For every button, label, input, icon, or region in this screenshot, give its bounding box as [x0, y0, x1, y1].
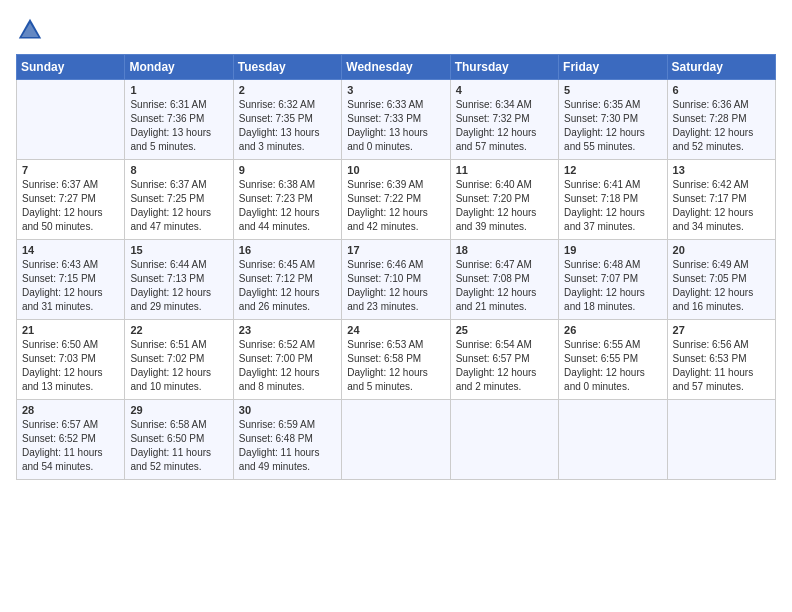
- calendar-cell: 7Sunrise: 6:37 AM Sunset: 7:27 PM Daylig…: [17, 160, 125, 240]
- calendar-week-row: 7Sunrise: 6:37 AM Sunset: 7:27 PM Daylig…: [17, 160, 776, 240]
- day-detail: Sunrise: 6:46 AM Sunset: 7:10 PM Dayligh…: [347, 258, 444, 314]
- calendar-cell: 20Sunrise: 6:49 AM Sunset: 7:05 PM Dayli…: [667, 240, 775, 320]
- calendar-cell: [559, 400, 667, 480]
- day-number: 26: [564, 324, 661, 336]
- day-detail: Sunrise: 6:40 AM Sunset: 7:20 PM Dayligh…: [456, 178, 553, 234]
- day-number: 20: [673, 244, 770, 256]
- day-number: 25: [456, 324, 553, 336]
- calendar-week-row: 28Sunrise: 6:57 AM Sunset: 6:52 PM Dayli…: [17, 400, 776, 480]
- col-header-sunday: Sunday: [17, 55, 125, 80]
- day-number: 15: [130, 244, 227, 256]
- day-number: 23: [239, 324, 336, 336]
- day-detail: Sunrise: 6:53 AM Sunset: 6:58 PM Dayligh…: [347, 338, 444, 394]
- day-number: 19: [564, 244, 661, 256]
- calendar-cell: 19Sunrise: 6:48 AM Sunset: 7:07 PM Dayli…: [559, 240, 667, 320]
- calendar-cell: 27Sunrise: 6:56 AM Sunset: 6:53 PM Dayli…: [667, 320, 775, 400]
- day-number: 16: [239, 244, 336, 256]
- day-detail: Sunrise: 6:43 AM Sunset: 7:15 PM Dayligh…: [22, 258, 119, 314]
- calendar-cell: 24Sunrise: 6:53 AM Sunset: 6:58 PM Dayli…: [342, 320, 450, 400]
- header: [16, 16, 776, 44]
- calendar-cell: [342, 400, 450, 480]
- day-detail: Sunrise: 6:51 AM Sunset: 7:02 PM Dayligh…: [130, 338, 227, 394]
- calendar-cell: 17Sunrise: 6:46 AM Sunset: 7:10 PM Dayli…: [342, 240, 450, 320]
- calendar-cell: [17, 80, 125, 160]
- calendar-cell: 29Sunrise: 6:58 AM Sunset: 6:50 PM Dayli…: [125, 400, 233, 480]
- day-detail: Sunrise: 6:34 AM Sunset: 7:32 PM Dayligh…: [456, 98, 553, 154]
- day-detail: Sunrise: 6:57 AM Sunset: 6:52 PM Dayligh…: [22, 418, 119, 474]
- day-number: 29: [130, 404, 227, 416]
- calendar-cell: 8Sunrise: 6:37 AM Sunset: 7:25 PM Daylig…: [125, 160, 233, 240]
- day-number: 30: [239, 404, 336, 416]
- day-number: 4: [456, 84, 553, 96]
- day-detail: Sunrise: 6:47 AM Sunset: 7:08 PM Dayligh…: [456, 258, 553, 314]
- day-detail: Sunrise: 6:52 AM Sunset: 7:00 PM Dayligh…: [239, 338, 336, 394]
- day-detail: Sunrise: 6:39 AM Sunset: 7:22 PM Dayligh…: [347, 178, 444, 234]
- day-number: 18: [456, 244, 553, 256]
- calendar-cell: [450, 400, 558, 480]
- day-number: 21: [22, 324, 119, 336]
- day-detail: Sunrise: 6:41 AM Sunset: 7:18 PM Dayligh…: [564, 178, 661, 234]
- day-number: 11: [456, 164, 553, 176]
- day-number: 3: [347, 84, 444, 96]
- calendar-cell: 22Sunrise: 6:51 AM Sunset: 7:02 PM Dayli…: [125, 320, 233, 400]
- calendar-cell: 18Sunrise: 6:47 AM Sunset: 7:08 PM Dayli…: [450, 240, 558, 320]
- calendar-cell: 10Sunrise: 6:39 AM Sunset: 7:22 PM Dayli…: [342, 160, 450, 240]
- day-detail: Sunrise: 6:37 AM Sunset: 7:25 PM Dayligh…: [130, 178, 227, 234]
- day-detail: Sunrise: 6:54 AM Sunset: 6:57 PM Dayligh…: [456, 338, 553, 394]
- logo-icon: [16, 16, 44, 44]
- calendar-cell: [667, 400, 775, 480]
- col-header-friday: Friday: [559, 55, 667, 80]
- calendar-table: SundayMondayTuesdayWednesdayThursdayFrid…: [16, 54, 776, 480]
- day-detail: Sunrise: 6:42 AM Sunset: 7:17 PM Dayligh…: [673, 178, 770, 234]
- calendar-cell: 2Sunrise: 6:32 AM Sunset: 7:35 PM Daylig…: [233, 80, 341, 160]
- col-header-wednesday: Wednesday: [342, 55, 450, 80]
- day-number: 17: [347, 244, 444, 256]
- calendar-cell: 5Sunrise: 6:35 AM Sunset: 7:30 PM Daylig…: [559, 80, 667, 160]
- day-detail: Sunrise: 6:35 AM Sunset: 7:30 PM Dayligh…: [564, 98, 661, 154]
- calendar-cell: 11Sunrise: 6:40 AM Sunset: 7:20 PM Dayli…: [450, 160, 558, 240]
- day-number: 10: [347, 164, 444, 176]
- day-detail: Sunrise: 6:59 AM Sunset: 6:48 PM Dayligh…: [239, 418, 336, 474]
- day-number: 14: [22, 244, 119, 256]
- day-detail: Sunrise: 6:38 AM Sunset: 7:23 PM Dayligh…: [239, 178, 336, 234]
- day-detail: Sunrise: 6:49 AM Sunset: 7:05 PM Dayligh…: [673, 258, 770, 314]
- calendar-cell: 28Sunrise: 6:57 AM Sunset: 6:52 PM Dayli…: [17, 400, 125, 480]
- calendar-cell: 15Sunrise: 6:44 AM Sunset: 7:13 PM Dayli…: [125, 240, 233, 320]
- calendar-cell: 26Sunrise: 6:55 AM Sunset: 6:55 PM Dayli…: [559, 320, 667, 400]
- day-number: 9: [239, 164, 336, 176]
- calendar-cell: 1Sunrise: 6:31 AM Sunset: 7:36 PM Daylig…: [125, 80, 233, 160]
- day-detail: Sunrise: 6:50 AM Sunset: 7:03 PM Dayligh…: [22, 338, 119, 394]
- calendar-cell: 25Sunrise: 6:54 AM Sunset: 6:57 PM Dayli…: [450, 320, 558, 400]
- day-number: 27: [673, 324, 770, 336]
- day-number: 8: [130, 164, 227, 176]
- calendar-cell: 9Sunrise: 6:38 AM Sunset: 7:23 PM Daylig…: [233, 160, 341, 240]
- calendar-week-row: 14Sunrise: 6:43 AM Sunset: 7:15 PM Dayli…: [17, 240, 776, 320]
- day-number: 5: [564, 84, 661, 96]
- day-detail: Sunrise: 6:37 AM Sunset: 7:27 PM Dayligh…: [22, 178, 119, 234]
- calendar-cell: 16Sunrise: 6:45 AM Sunset: 7:12 PM Dayli…: [233, 240, 341, 320]
- day-detail: Sunrise: 6:58 AM Sunset: 6:50 PM Dayligh…: [130, 418, 227, 474]
- day-number: 6: [673, 84, 770, 96]
- col-header-tuesday: Tuesday: [233, 55, 341, 80]
- calendar-cell: 13Sunrise: 6:42 AM Sunset: 7:17 PM Dayli…: [667, 160, 775, 240]
- day-number: 7: [22, 164, 119, 176]
- calendar-header-row: SundayMondayTuesdayWednesdayThursdayFrid…: [17, 55, 776, 80]
- day-number: 24: [347, 324, 444, 336]
- day-detail: Sunrise: 6:32 AM Sunset: 7:35 PM Dayligh…: [239, 98, 336, 154]
- calendar-cell: 3Sunrise: 6:33 AM Sunset: 7:33 PM Daylig…: [342, 80, 450, 160]
- calendar-cell: 14Sunrise: 6:43 AM Sunset: 7:15 PM Dayli…: [17, 240, 125, 320]
- col-header-thursday: Thursday: [450, 55, 558, 80]
- day-detail: Sunrise: 6:44 AM Sunset: 7:13 PM Dayligh…: [130, 258, 227, 314]
- day-detail: Sunrise: 6:36 AM Sunset: 7:28 PM Dayligh…: [673, 98, 770, 154]
- calendar-cell: 6Sunrise: 6:36 AM Sunset: 7:28 PM Daylig…: [667, 80, 775, 160]
- calendar-cell: 23Sunrise: 6:52 AM Sunset: 7:00 PM Dayli…: [233, 320, 341, 400]
- day-number: 13: [673, 164, 770, 176]
- day-number: 12: [564, 164, 661, 176]
- day-number: 22: [130, 324, 227, 336]
- calendar-cell: 21Sunrise: 6:50 AM Sunset: 7:03 PM Dayli…: [17, 320, 125, 400]
- day-detail: Sunrise: 6:56 AM Sunset: 6:53 PM Dayligh…: [673, 338, 770, 394]
- day-detail: Sunrise: 6:33 AM Sunset: 7:33 PM Dayligh…: [347, 98, 444, 154]
- day-number: 2: [239, 84, 336, 96]
- day-number: 1: [130, 84, 227, 96]
- day-detail: Sunrise: 6:55 AM Sunset: 6:55 PM Dayligh…: [564, 338, 661, 394]
